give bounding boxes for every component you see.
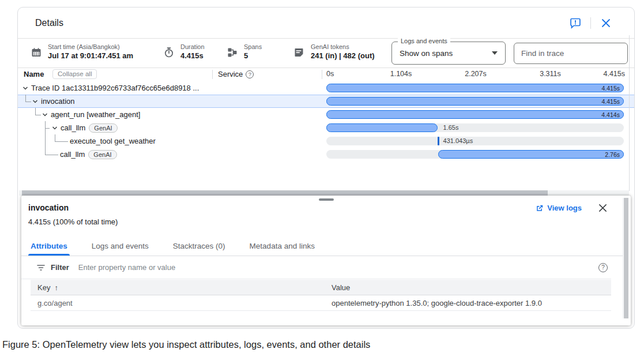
- timeline-track: [326, 137, 624, 145]
- filter-label: Filter: [51, 263, 69, 272]
- horizontal-scrollbar-thumb[interactable]: [22, 190, 548, 196]
- time-tick: 0s: [326, 70, 334, 78]
- start-time-metric: Start time (Asia/Bangkok) Jul 17 at 9:01…: [31, 43, 133, 60]
- detail-tabs: Attributes Logs and events Stacktraces (…: [21, 237, 623, 256]
- help-icon[interactable]: [598, 263, 608, 272]
- span-detail-subtitle: 4.415s (100% of total time): [28, 217, 118, 226]
- attribute-row[interactable]: g.co/agent opentelemetry-python 1.35.0; …: [31, 295, 611, 311]
- feedback-button[interactable]: [569, 17, 582, 29]
- span-bar[interactable]: 4.415s: [326, 84, 624, 92]
- tree-indent: [31, 121, 41, 134]
- expander-icon[interactable]: [21, 84, 29, 92]
- time-tick: 1.104s: [390, 70, 412, 78]
- collapse-all-button[interactable]: Collapse all: [52, 69, 97, 79]
- attributes-table-header: Key ↑ Value: [31, 280, 611, 295]
- close-span-detail-button[interactable]: [598, 203, 608, 213]
- external-link-icon: [536, 204, 544, 212]
- span-detail-title: invocation: [28, 203, 69, 212]
- tree-connector: [31, 108, 41, 121]
- trace-details-panel: Details: [17, 7, 635, 329]
- value-column-header: Value: [332, 283, 611, 292]
- time-tick: 3.311s: [540, 70, 561, 78]
- close-icon: [598, 203, 608, 213]
- scroll-divider: [629, 35, 630, 191]
- span-duration: 4.415s: [601, 85, 620, 92]
- tree-indent: [21, 121, 31, 134]
- span-row-call-llm-1[interactable]: call_llm GenAI 1.65s: [18, 121, 634, 134]
- tab-metadata-and-links[interactable]: Metadata and links: [247, 237, 317, 256]
- spans-value: 5: [244, 51, 262, 60]
- timer-icon: [163, 47, 175, 58]
- span-row-agent-run[interactable]: agent_run [weather_agent] 4.414s: [18, 108, 634, 121]
- calendar-icon: [31, 47, 42, 58]
- close-icon: [601, 18, 611, 28]
- duration-value: 4.415s: [180, 51, 205, 60]
- genai-badge: GenAI: [89, 123, 117, 133]
- service-help-icon[interactable]: [246, 70, 254, 78]
- tree-indent: [31, 134, 41, 148]
- span-tree: Trace ID 1ac13311b992c6733af76cc65e6d891…: [18, 81, 634, 161]
- note-icon: [293, 47, 305, 58]
- logs-and-events-select-label: Logs and events: [398, 37, 450, 44]
- key-header-label: Key: [37, 283, 50, 292]
- panel-title: Details: [35, 18, 63, 28]
- logs-and-events-selected-value: Show on spans: [400, 49, 453, 58]
- column-divider: [212, 70, 213, 79]
- tree-connector: [41, 134, 51, 148]
- filter-placeholder[interactable]: Enter property name or value: [78, 263, 175, 272]
- time-tick: 2.207s: [465, 70, 487, 78]
- span-name: call_llm: [60, 150, 85, 159]
- tree-connector: [21, 95, 31, 108]
- resize-handle[interactable]: [319, 198, 334, 201]
- span-row-execute-tool[interactable]: execute_tool get_weather 431.043µs: [18, 134, 634, 148]
- expander-icon[interactable]: [31, 97, 39, 106]
- tree-indent: [21, 108, 31, 121]
- duration-metric: Duration 4.415s: [163, 43, 205, 60]
- tab-logs-and-events[interactable]: Logs and events: [89, 237, 151, 256]
- feedback-icon: [570, 17, 581, 29]
- tree-indent: [21, 148, 31, 161]
- view-logs-link[interactable]: View logs: [536, 204, 582, 212]
- expander-icon[interactable]: [51, 124, 59, 132]
- tree-connector: [51, 134, 68, 148]
- tab-attributes[interactable]: Attributes: [28, 237, 70, 256]
- attributes-table: Key ↑ Value g.co/agent opentelemetry-pyt…: [31, 280, 611, 311]
- vertical-scrollbar-thumb[interactable]: [624, 198, 628, 318]
- logs-and-events-select[interactable]: Logs and events Show on spans: [391, 42, 506, 65]
- service-header-label: Service: [218, 70, 243, 78]
- span-bar[interactable]: 4.414s: [326, 110, 624, 119]
- genai-tokens-label: GenAI tokens: [311, 43, 375, 50]
- start-time-value: Jul 17 at 9:01:47.451 am: [48, 51, 133, 60]
- tree-indent: [21, 134, 31, 148]
- span-detail-sheet: invocation 4.415s (100% of total time) V…: [21, 196, 631, 325]
- tree-connector: [41, 148, 58, 161]
- span-bar[interactable]: [326, 123, 438, 132]
- vertical-scrollbar-track[interactable]: [623, 198, 628, 318]
- genai-tokens-metric: GenAI tokens 241 (in) | 482 (out): [293, 43, 375, 60]
- genai-badge: GenAI: [88, 150, 116, 159]
- attributes-filter-bar[interactable]: Filter Enter property name or value: [21, 256, 611, 279]
- span-name: call_llm: [61, 123, 85, 132]
- span-row-invocation[interactable]: invocation 4.415s: [18, 95, 634, 108]
- tree-indent: [31, 148, 41, 161]
- span-name: Trace ID 1ac13311b992c6733af76cc65e6d891…: [31, 84, 199, 92]
- expander-icon[interactable]: [41, 111, 49, 119]
- waterfall-header: Name Collapse all Service 0s 1.104s 2.20…: [18, 68, 634, 81]
- spans-label: Spans: [244, 43, 262, 50]
- trace-summary-bar: Start time (Asia/Bangkok) Jul 17 at 9:01…: [18, 39, 634, 68]
- key-column-header[interactable]: Key ↑: [37, 283, 332, 292]
- span-duration: 2.76s: [605, 151, 620, 158]
- span-name: agent_run [weather_agent]: [51, 110, 140, 119]
- tab-stacktraces[interactable]: Stacktraces (0): [171, 237, 228, 256]
- close-details-button[interactable]: [600, 17, 612, 29]
- span-row-trace[interactable]: Trace ID 1ac13311b992c6733af76cc65e6d891…: [18, 81, 634, 95]
- find-in-trace-input[interactable]: [514, 43, 628, 64]
- horizontal-scrollbar-track[interactable]: [19, 190, 629, 196]
- span-bar[interactable]: 4.415s: [326, 97, 624, 106]
- span-row-call-llm-2[interactable]: call_llm GenAI 2.76s: [18, 148, 634, 161]
- name-column-header: Name: [24, 70, 44, 78]
- service-column-header: Service: [218, 70, 254, 78]
- span-bar[interactable]: 2.76s: [438, 150, 624, 159]
- start-time-label: Start time (Asia/Bangkok): [48, 43, 133, 50]
- attribute-value: opentelemetry-python 1.35.0; google-clou…: [332, 299, 611, 307]
